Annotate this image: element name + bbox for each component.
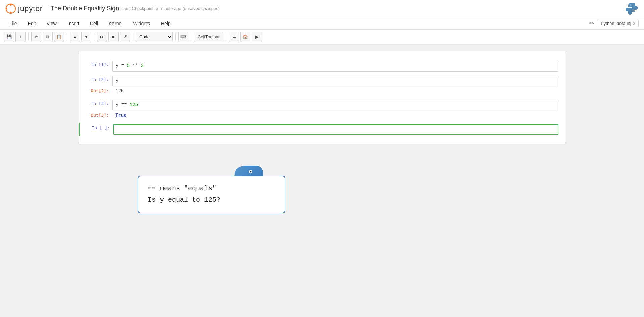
cell-1-num2: 3 xyxy=(141,63,144,69)
toolbar-sep-7 xyxy=(226,33,226,41)
stop-button[interactable]: ■ xyxy=(108,32,119,42)
cell-4-input-row: In [ ]: xyxy=(80,124,565,135)
menu-kernel[interactable]: Kernel xyxy=(105,19,126,28)
cell-2-prompt: In [2]: xyxy=(79,76,112,82)
jupyter-logo-icon xyxy=(5,3,16,14)
tooltip-box: == means "equals" Is y equal to 125? xyxy=(138,176,285,213)
celltoolbar-button[interactable]: CellToolbar xyxy=(194,32,223,42)
toolbar-sep-6 xyxy=(191,33,191,41)
toolbar: 💾 + ✂ ⧉ 📋 ▲ ▼ ⏭ ■ ↺ Code Markdown Raw NB… xyxy=(0,30,644,44)
cell-2-out-value: 125 xyxy=(112,87,126,95)
kernel-status: Python [default] ○ xyxy=(597,20,639,27)
svg-point-2 xyxy=(10,12,12,14)
notebook-cells: In [1]: y = 5 ** 3 In [2]: y Out[2]: 125 xyxy=(79,51,565,144)
keyboard-button[interactable]: ⌨ xyxy=(178,32,188,42)
cell-4-prompt: In [ ]: xyxy=(80,124,113,130)
copy-button[interactable]: ⧉ xyxy=(43,32,53,42)
notebook-title: The Double Equality Sign xyxy=(51,5,119,12)
cell-3-eqop: == xyxy=(118,102,130,107)
svg-point-4 xyxy=(630,4,631,5)
cell-1-eq: = xyxy=(118,63,127,69)
menu-cell[interactable]: Cell xyxy=(86,19,102,28)
toolbar-sep-3 xyxy=(94,33,94,41)
toolbar-sep-1 xyxy=(28,33,29,41)
svg-point-6 xyxy=(250,171,252,173)
cell-1-content[interactable]: y = 5 ** 3 xyxy=(112,61,558,72)
cell-2-out-prompt: Out[2]: xyxy=(79,87,112,93)
cell-3-input-row: In [3]: y == 125 xyxy=(79,100,565,110)
menu-edit[interactable]: Edit xyxy=(24,19,40,28)
cell-type-select[interactable]: Code Markdown Raw NBConvert Heading xyxy=(136,32,173,42)
cell-3-content[interactable]: y == 125 xyxy=(112,100,558,110)
upload-button[interactable]: ☁ xyxy=(229,32,239,42)
tooltip-line1: == means "equals" xyxy=(148,183,275,194)
paste-button[interactable]: 📋 xyxy=(54,32,64,42)
menubar-right: ✏ Python [default] ○ xyxy=(589,20,639,27)
move-up-button[interactable]: ▲ xyxy=(70,32,80,42)
cell-3-out-prompt: Out[3]: xyxy=(79,111,112,118)
cell-1-op: ** xyxy=(130,63,141,69)
move-down-button[interactable]: ▼ xyxy=(81,32,91,42)
logo-area: jupyter xyxy=(5,3,43,14)
menu-view[interactable]: View xyxy=(43,19,61,28)
cell-3-out-value: True xyxy=(112,111,129,119)
edit-icon-btn[interactable]: ✏ xyxy=(589,20,594,27)
toolbar-sep-2 xyxy=(67,33,67,41)
cell-4-content[interactable] xyxy=(113,124,558,135)
tooltip-line2: Is y equal to 125? xyxy=(148,194,275,206)
menubar: File Edit View Insert Cell Kernel Widget… xyxy=(0,17,644,30)
cell-4: In [ ]: xyxy=(79,123,565,136)
cell-1: In [1]: y = 5 ** 3 xyxy=(79,59,565,73)
cell-3-num: 125 xyxy=(130,102,138,107)
save-button[interactable]: 💾 xyxy=(4,32,14,42)
cell-1-input-row: In [1]: y = 5 ** 3 xyxy=(79,61,565,72)
menu-file[interactable]: File xyxy=(5,19,21,28)
cell-2-content[interactable]: y xyxy=(112,76,558,86)
run-button[interactable]: ▶ xyxy=(252,32,262,42)
cell-2: In [2]: y Out[2]: 125 xyxy=(79,74,565,97)
cell-3: In [3]: y == 125 Out[3]: True xyxy=(79,98,565,121)
jupyter-brand: jupyter xyxy=(18,4,43,13)
restart-button[interactable]: ↺ xyxy=(120,32,130,42)
toolbar-sep-5 xyxy=(175,33,176,41)
header: jupyter The Double Equality Sign Last Ch… xyxy=(0,0,644,17)
python-corner-logo xyxy=(625,2,639,15)
notebook-container: In [1]: y = 5 ** 3 In [2]: y Out[2]: 125 xyxy=(0,44,644,317)
toolbar-sep-4 xyxy=(133,33,133,41)
cell-1-prompt: In [1]: xyxy=(79,61,112,67)
home-button[interactable]: 🏠 xyxy=(240,32,250,42)
svg-point-1 xyxy=(10,4,12,6)
menu-insert[interactable]: Insert xyxy=(63,19,83,28)
step-button[interactable]: ⏭ xyxy=(97,32,107,42)
tooltip-overlay: == means "equals" Is y equal to 125? xyxy=(138,176,285,213)
cut-button[interactable]: ✂ xyxy=(31,32,41,42)
menu-help[interactable]: Help xyxy=(157,19,175,28)
add-cell-button[interactable]: + xyxy=(15,32,26,42)
cell-2-code: y xyxy=(116,78,118,83)
checkpoint-info: Last Checkpoint: a minute ago (unsaved c… xyxy=(122,6,220,11)
cell-2-output: Out[2]: 125 xyxy=(79,86,565,96)
menu-widgets[interactable]: Widgets xyxy=(129,19,154,28)
svg-point-3 xyxy=(6,8,7,9)
cell-3-prompt: In [3]: xyxy=(79,100,112,106)
cell-1-num1: 5 xyxy=(127,63,130,69)
cell-3-output: Out[3]: True xyxy=(79,110,565,120)
cell-2-input-row: In [2]: y xyxy=(79,76,565,86)
true-value: True xyxy=(115,112,127,118)
